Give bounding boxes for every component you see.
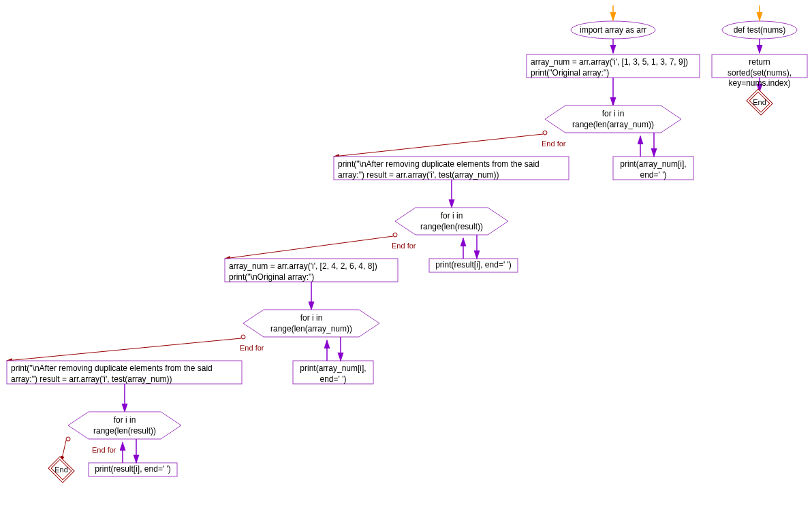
block2: print("\nAfter removing duplicate elemen…: [334, 157, 569, 183]
loop4-body: print(result[i], end=' '): [89, 463, 177, 476]
func-body: return sorted(set(nums), key=nums.index): [712, 54, 807, 92]
block3: array_num = arr.array('i', [2, 4, 2, 6, …: [225, 259, 398, 285]
loop2-exit: End for: [392, 242, 416, 250]
svg-point-17: [241, 335, 245, 339]
svg-point-12: [393, 233, 397, 237]
loop2-body: print(result[i], end=' '): [429, 259, 518, 272]
loop3-body: print(array_num[i], end=' '): [293, 361, 373, 387]
import-node: import array as arr: [571, 25, 655, 36]
loop4-exit: End for: [92, 446, 116, 454]
func-def: def test(nums): [725, 25, 794, 36]
loop3-condition: for i in range(len(array_num)): [257, 313, 366, 334]
loop2-condition: for i in range(len(result)): [409, 211, 495, 232]
svg-point-7: [543, 131, 547, 135]
svg-point-22: [66, 437, 70, 441]
block4: print("\nAfter removing duplicate elemen…: [7, 361, 242, 387]
loop4-condition: for i in range(len(result)): [82, 415, 168, 436]
loop1-body: print(array_num[i], end=' '): [613, 157, 693, 183]
loop1-condition: for i in range(len(array_num)): [559, 109, 668, 130]
block1: array_num = arr.array('i', [1, 3, 5, 1, …: [527, 54, 700, 81]
loop1-exit: End for: [542, 140, 565, 148]
main-end: End: [53, 465, 69, 474]
loop3-exit: End for: [240, 344, 264, 352]
func-end: End: [751, 97, 768, 107]
